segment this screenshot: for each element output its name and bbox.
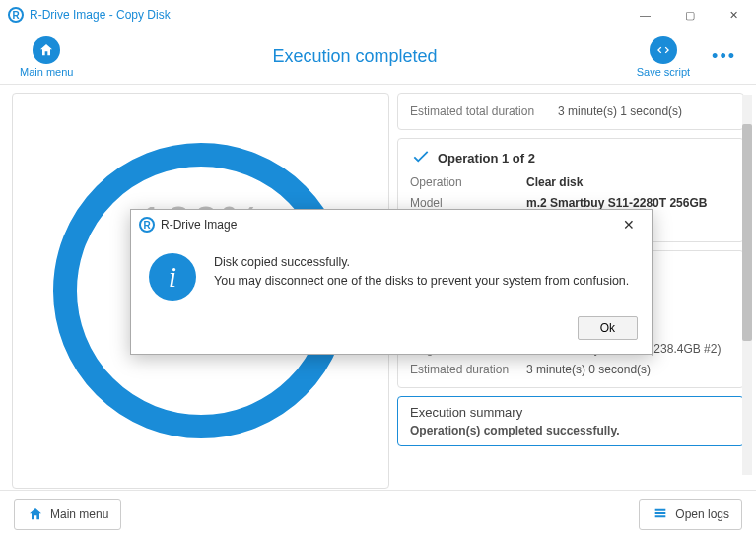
est-total-label: Estimated total duration	[410, 101, 558, 121]
home-icon	[33, 36, 60, 64]
success-dialog: R R-Drive Image ✕ i Disk copied successf…	[130, 209, 653, 355]
footer-main-menu-button[interactable]: Main menu	[14, 499, 121, 530]
dialog-line1: Disk copied successfully.	[214, 253, 629, 272]
summary-message: Operation(s) completed successfully.	[410, 424, 731, 437]
check-icon	[410, 147, 432, 168]
home-icon	[27, 505, 44, 523]
toolbar: Main menu Execution completed Save scrip…	[0, 30, 756, 85]
more-menu-button[interactable]: •••	[704, 46, 744, 67]
minimize-button[interactable]: —	[623, 0, 667, 30]
dialog-close-button[interactable]: ✕	[614, 217, 644, 233]
app-icon: R	[8, 7, 24, 23]
op2-duration: 3 minute(s) 0 second(s)	[526, 360, 731, 379]
operation-1-header: Operation 1 of 2	[410, 147, 731, 168]
open-logs-label: Open logs	[675, 507, 729, 521]
save-script-button[interactable]: Save script	[629, 34, 698, 80]
window-titlebar: R R-Drive Image - Copy Disk — ▢ ✕	[0, 0, 756, 30]
est-total-value: 3 minute(s) 1 second(s)	[558, 101, 731, 121]
open-logs-button[interactable]: Open logs	[639, 499, 742, 530]
dialog-title: R-Drive Image	[161, 218, 237, 232]
scrollbar-thumb[interactable]	[742, 124, 752, 341]
app-icon: R	[139, 217, 155, 233]
summary-panel: Execution summary Operation(s) completed…	[397, 396, 744, 446]
window-controls: — ▢ ✕	[623, 0, 756, 30]
dialog-line2: You may disconnect one of the disks to p…	[214, 272, 629, 291]
dialog-footer: Ok	[131, 310, 652, 354]
total-duration-panel: Estimated total duration 3 minute(s) 1 s…	[397, 93, 744, 130]
maximize-button[interactable]: ▢	[667, 0, 712, 30]
info-icon: i	[149, 253, 196, 301]
main-menu-label: Main menu	[20, 66, 73, 78]
dialog-titlebar: R R-Drive Image ✕	[131, 210, 652, 239]
logs-icon	[652, 505, 669, 523]
footer: Main menu Open logs	[0, 490, 756, 537]
summary-title: Execution summary	[410, 405, 731, 420]
close-button[interactable]: ✕	[712, 0, 756, 30]
code-icon	[650, 36, 677, 64]
page-title: Execution completed	[81, 46, 628, 67]
dialog-text: Disk copied successfully. You may discon…	[214, 253, 629, 291]
op1-operation: Clear disk	[526, 172, 731, 192]
window-title: R-Drive Image - Copy Disk	[30, 8, 171, 22]
main-menu-button[interactable]: Main menu	[12, 34, 81, 80]
dialog-body: i Disk copied successfully. You may disc…	[131, 239, 652, 310]
save-script-label: Save script	[637, 66, 690, 78]
ok-button[interactable]: Ok	[578, 316, 638, 340]
footer-main-menu-label: Main menu	[50, 507, 108, 521]
